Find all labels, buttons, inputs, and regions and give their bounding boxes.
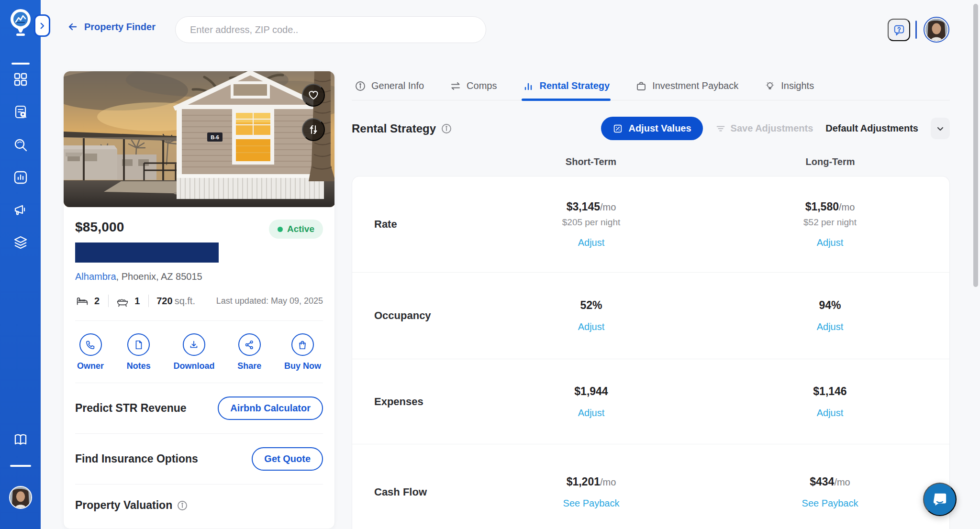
strategy-title-label: Rental Strategy	[352, 122, 436, 135]
see-payback-link[interactable]: See Payback	[563, 498, 620, 509]
tab-label: Insights	[781, 80, 814, 91]
tab-comps[interactable]: Comps	[450, 72, 497, 100]
tab-general-info[interactable]: General Info	[355, 72, 424, 100]
address-rest: , Phoenix, AZ 85015	[116, 271, 202, 282]
tab-investment-payback[interactable]: Investment Payback	[635, 72, 738, 100]
sqft-value: 720	[156, 296, 172, 307]
sqft-unit: sq.ft.	[175, 296, 195, 307]
lightbulb-icon	[764, 80, 776, 92]
adjust-link[interactable]: Adjust	[817, 237, 844, 248]
briefcase-icon	[635, 80, 647, 92]
chat-bubble-icon	[932, 491, 948, 507]
chat-launcher-button[interactable]	[923, 483, 957, 516]
chevron-down-icon	[935, 124, 945, 133]
property-photo[interactable]: B-6	[64, 71, 335, 207]
phone-icon	[79, 333, 102, 356]
strategy-table: Rate $3,145/mo $205 per night Adjust $1,…	[352, 176, 950, 529]
page-scrollbar[interactable]	[973, 4, 978, 287]
expenses-long-term-cell: $1,146 Adjust	[711, 385, 949, 419]
help-button[interactable]	[888, 19, 910, 41]
cell-value: $1,201	[567, 475, 600, 488]
table-row-rate: Rate $3,145/mo $205 per night Adjust $1,…	[352, 176, 949, 272]
buy-now-button[interactable]: Buy Now	[284, 333, 321, 371]
table-row-expenses: Expenses $1,944 Adjust $1,146 Adjust	[352, 359, 949, 444]
adjust-values-button[interactable]: Adjust Values	[601, 117, 702, 140]
get-quote-button[interactable]: Get Quote	[252, 447, 323, 471]
address-search-input[interactable]	[175, 16, 486, 43]
redacted-address-bar	[75, 242, 219, 263]
adjust-link[interactable]: Adjust	[817, 321, 844, 332]
property-stats: 2 1 720 sq.ft. Last updated: May 09, 202…	[75, 294, 323, 320]
tab-rental-strategy[interactable]: Rental Strategy	[523, 72, 610, 100]
download-button[interactable]: Download	[173, 333, 214, 371]
cell-unit: /mo	[834, 477, 850, 487]
back-to-property-finder[interactable]: Property Finder	[67, 21, 156, 33]
sidebar-item-announcements[interactable]	[13, 202, 28, 218]
neighborhood-link[interactable]: Alhambra	[75, 271, 116, 282]
property-price: $85,000	[75, 220, 124, 235]
strategy-header: Rental Strategy Adjust Values Save Adjus…	[352, 117, 950, 140]
cell-value: $1,944	[574, 385, 608, 397]
property-address: Alhambra, Phoenix, AZ 85015	[75, 271, 323, 282]
help-bubble-icon	[893, 24, 905, 36]
cell-value: $1,146	[813, 385, 846, 397]
adjust-link[interactable]: Adjust	[578, 408, 605, 419]
sidebar-item-library[interactable]	[13, 432, 28, 447]
notes-button[interactable]: Notes	[127, 333, 151, 371]
info-icon[interactable]	[177, 500, 188, 511]
info-icon[interactable]	[441, 123, 452, 134]
sidebar-expand-button[interactable]	[34, 14, 50, 37]
column-short-term: Short-Term	[471, 156, 711, 167]
owner-button[interactable]: Owner	[77, 333, 104, 371]
compare-arrows-icon	[308, 124, 319, 135]
sidebar-item-dashboard[interactable]	[13, 72, 28, 87]
adjust-link[interactable]: Adjust	[578, 237, 605, 248]
sidebar-user-avatar[interactable]	[9, 486, 32, 509]
tab-insights[interactable]: Insights	[764, 72, 814, 100]
cell-value: $3,145	[567, 200, 600, 213]
airbnb-calculator-button[interactable]: Airbnb Calculator	[218, 397, 323, 420]
sidebar-item-analytics[interactable]	[13, 170, 28, 185]
favorite-button[interactable]	[302, 84, 325, 107]
sidebar-item-layers[interactable]	[13, 235, 28, 250]
save-adjustments-button[interactable]: Save Adjustments	[715, 123, 813, 134]
tab-label: General Info	[371, 80, 424, 91]
sidebar-item-property-reports[interactable]	[13, 104, 28, 120]
bath-icon	[115, 294, 130, 308]
row-label: Occupancy	[352, 309, 472, 322]
insurance-title: Find Insurance Options	[75, 452, 198, 465]
compare-button[interactable]	[302, 118, 325, 141]
adjust-link[interactable]: Adjust	[817, 408, 844, 419]
main-panel: General Info Comps Rental Strategy Inves…	[352, 72, 950, 529]
swap-arrows-icon	[450, 80, 461, 92]
strategy-column-headers: Short-Term Long-Term	[352, 156, 950, 167]
cash-flow-long-term-cell: $434/mo See Payback	[711, 475, 949, 509]
cell-value: 52%	[580, 299, 602, 311]
expenses-short-term-cell: $1,944 Adjust	[472, 385, 711, 419]
adjust-link[interactable]: Adjust	[578, 321, 605, 332]
bar-chart-icon	[523, 80, 534, 92]
valuation-title-label: Property Valuation	[75, 499, 172, 512]
row-label: Expenses	[352, 396, 472, 408]
chevron-right-icon	[38, 22, 46, 30]
shopping-bag-icon	[291, 333, 314, 356]
cell-unit: /mo	[839, 202, 855, 212]
status-label: Active	[287, 224, 314, 234]
preset-dropdown-button[interactable]	[931, 118, 950, 139]
brand-logo-icon[interactable]	[7, 7, 34, 38]
arrow-left-icon	[67, 21, 78, 33]
occupancy-short-term-cell: 52% Adjust	[472, 299, 711, 332]
rate-long-term-cell: $1,580/mo $52 per night Adjust	[711, 200, 949, 248]
action-label: Share	[237, 361, 261, 371]
sidebar-divider	[11, 63, 30, 65]
share-button[interactable]: Share	[237, 333, 261, 371]
user-avatar[interactable]	[924, 17, 949, 43]
download-icon	[183, 333, 205, 356]
topbar-divider	[915, 21, 917, 39]
action-label: Download	[173, 361, 214, 371]
see-payback-link[interactable]: See Payback	[802, 498, 858, 509]
action-label: Notes	[127, 361, 151, 371]
property-card: B-6 $85,000 Active	[63, 71, 335, 529]
sidebar-item-search[interactable]	[13, 137, 28, 153]
quick-actions: Owner Notes Download	[75, 321, 323, 383]
